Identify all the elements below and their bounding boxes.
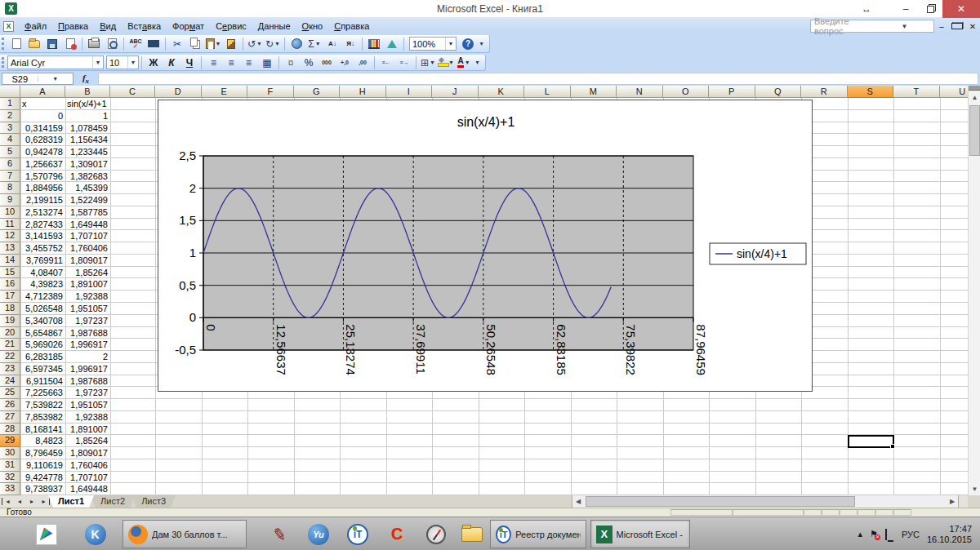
column-header-H[interactable]: H xyxy=(340,86,386,98)
decrease-decimal-button[interactable]: ,00 xyxy=(354,55,371,70)
cut-button[interactable]: ✂ xyxy=(169,37,185,51)
currency-button[interactable]: ¤ xyxy=(283,55,299,70)
chevron-down-icon[interactable]: ▼ xyxy=(448,60,454,65)
increase-decimal-button[interactable]: +,0 xyxy=(336,55,353,70)
column-header-K[interactable]: K xyxy=(479,86,525,98)
row-header-12[interactable]: 12 xyxy=(0,230,20,242)
row-header-26[interactable]: 26 xyxy=(0,399,20,411)
cell-A33[interactable]: 9,738937 xyxy=(20,483,65,495)
column-header-A[interactable]: A xyxy=(20,86,65,98)
permission-button[interactable] xyxy=(62,37,78,51)
cell-B13[interactable]: 1,760406 xyxy=(65,242,110,255)
cell-B11[interactable]: 1,649448 xyxy=(65,219,110,231)
cell-A8[interactable]: 1,884956 xyxy=(20,182,65,194)
cell-B9[interactable]: 1,522499 xyxy=(65,194,110,206)
row-header-15[interactable]: 15 xyxy=(0,267,20,279)
print-preview-button[interactable] xyxy=(104,37,120,51)
scroll-left-icon[interactable]: ◀ xyxy=(572,495,584,508)
row-header-27[interactable]: 27 xyxy=(0,411,20,424)
redo-button[interactable]: ↻▼ xyxy=(265,37,281,51)
column-header-S[interactable]: S xyxy=(848,86,894,98)
spelling-button[interactable]: ABC✓ xyxy=(127,37,144,51)
kmplayer-icon[interactable]: K xyxy=(78,520,113,548)
font-name-combo[interactable]: Arial Cyr▼ xyxy=(7,55,104,69)
cell-B26[interactable]: 1,951057 xyxy=(65,399,110,411)
thousands-button[interactable]: 000 xyxy=(318,55,335,70)
cell-B3[interactable]: 1,078459 xyxy=(65,122,110,135)
pencil-app-icon[interactable]: ✎ xyxy=(263,520,296,548)
embedded-chart[interactable]: -0,500,511,522,5012,5663725,1327437,6991… xyxy=(158,100,813,392)
decrease-indent-button[interactable]: ≡← xyxy=(378,55,394,70)
align-right-button[interactable]: ≡ xyxy=(241,55,257,70)
cell-B33[interactable]: 1,649448 xyxy=(65,483,110,495)
cell-A11[interactable]: 2,827433 xyxy=(20,219,65,231)
cell-A7[interactable]: 1,570796 xyxy=(20,171,65,183)
fill-color-button[interactable]: ▼ xyxy=(438,55,454,70)
menu-справка[interactable]: Справка xyxy=(328,20,375,33)
row-header-14[interactable]: 14 xyxy=(0,255,20,267)
menu-вставка[interactable]: Вставка xyxy=(122,20,167,33)
chevron-down-icon[interactable]: ▼ xyxy=(872,23,933,30)
vertical-scroll-thumb[interactable] xyxy=(969,105,980,156)
firefox-task[interactable]: Дам 30 баллов т... xyxy=(122,520,247,548)
undo-button[interactable]: ↺▼ xyxy=(247,37,263,51)
tray-expand-icon[interactable]: ▴ xyxy=(858,529,863,539)
cell-A5[interactable]: 0,942478 xyxy=(20,146,65,158)
cell-B17[interactable]: 1,92388 xyxy=(65,291,110,303)
yu-app-icon[interactable]: Yu xyxy=(302,520,335,548)
cell-B18[interactable]: 1,951057 xyxy=(65,303,110,315)
cell-A3[interactable]: 0,314159 xyxy=(20,122,65,135)
cell-B20[interactable]: 1,987688 xyxy=(65,327,110,339)
copy-button[interactable] xyxy=(187,37,203,51)
cell-B32[interactable]: 1,707107 xyxy=(65,472,110,484)
cell-A17[interactable]: 4,712389 xyxy=(20,291,65,303)
horizontal-scroll-thumb[interactable] xyxy=(586,496,855,507)
cell-A23[interactable]: 6,597345 xyxy=(20,363,65,375)
workbook-restore-button[interactable] xyxy=(951,22,963,31)
row-header-10[interactable]: 10 xyxy=(0,206,20,219)
cell-A10[interactable]: 2,513274 xyxy=(20,206,65,219)
minimize-button[interactable]: – xyxy=(893,0,918,18)
column-header-E[interactable]: E xyxy=(202,86,248,98)
cell-B14[interactable]: 1,809017 xyxy=(65,255,110,267)
cell-B10[interactable]: 1,587785 xyxy=(65,206,110,219)
column-header-J[interactable]: J xyxy=(432,86,479,98)
cell-A28[interactable]: 8,168141 xyxy=(20,424,65,436)
action-center-flag-icon[interactable]: ⚑✕ xyxy=(870,529,878,539)
cell-A9[interactable]: 2,199115 xyxy=(20,194,65,206)
menu-сервис[interactable]: Сервис xyxy=(210,20,252,33)
font-size-combo[interactable]: 10▼ xyxy=(106,55,139,69)
cell-A21[interactable]: 5,969026 xyxy=(20,339,65,351)
cell-B21[interactable]: 1,996917 xyxy=(65,339,110,351)
cell-A14[interactable]: 3,769911 xyxy=(20,255,65,267)
column-header-G[interactable]: G xyxy=(294,86,341,98)
cell-A24[interactable]: 6,911504 xyxy=(20,375,65,388)
cell-A22[interactable]: 6,283185 xyxy=(20,351,65,363)
percent-button[interactable]: % xyxy=(301,55,317,70)
autosum-button[interactable]: Σ▼ xyxy=(306,37,323,51)
menu-правка[interactable]: Правка xyxy=(52,20,94,33)
column-header-Q[interactable]: Q xyxy=(755,86,802,98)
cell-A2[interactable]: 0 xyxy=(20,110,65,122)
next-sheet-icon[interactable]: ▸ xyxy=(26,498,38,505)
cell-A27[interactable]: 7,853982 xyxy=(20,411,65,424)
it-app-icon[interactable]: iT xyxy=(341,520,374,548)
cell-B7[interactable]: 1,382683 xyxy=(65,171,110,183)
column-header-C[interactable]: C xyxy=(110,86,155,98)
scroll-up-icon[interactable]: ▲ xyxy=(969,91,980,104)
column-header-F[interactable]: F xyxy=(247,86,294,98)
underline-button[interactable]: Ч xyxy=(181,55,198,70)
sheet-tab-лист2[interactable]: Лист2 xyxy=(91,495,135,508)
horizontal-scrollbar[interactable]: ◀ ▶ xyxy=(572,495,968,508)
toolbar-grip[interactable] xyxy=(2,57,4,68)
cell-A12[interactable]: 3,141593 xyxy=(20,230,65,242)
column-header-R[interactable]: R xyxy=(801,86,848,98)
print-button[interactable] xyxy=(86,37,102,51)
sort-ascending-button[interactable]: А↓ xyxy=(324,37,341,51)
cell-A16[interactable]: 4,39823 xyxy=(20,278,65,291)
language-indicator[interactable]: РУС xyxy=(902,530,920,539)
select-all-corner[interactable] xyxy=(0,86,20,98)
it-registry-task[interactable]: iTРеестр документ... xyxy=(490,520,586,548)
cell-B24[interactable]: 1,987688 xyxy=(65,375,110,388)
row-header-1[interactable]: 1 xyxy=(0,98,20,110)
